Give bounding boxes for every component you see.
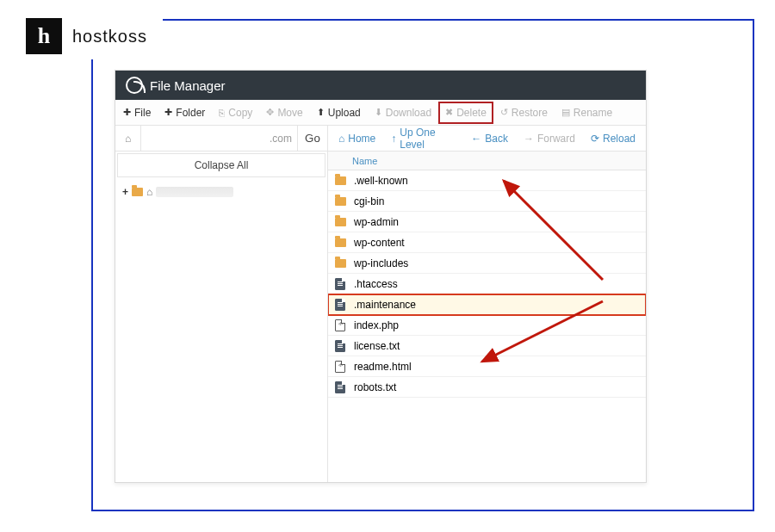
file-row[interactable]: robots.txt (328, 377, 646, 398)
copy-button[interactable]: ⎘Copy (212, 100, 259, 125)
plus-icon: ✚ (123, 107, 131, 118)
file-icon (333, 319, 347, 331)
file-row[interactable]: .maintenance (328, 294, 646, 315)
nav-forward-button[interactable]: →Forward (517, 126, 582, 151)
file-row[interactable]: index.php (328, 315, 646, 336)
up-icon: ↑ (391, 133, 396, 145)
nav-back-button[interactable]: ←Back (464, 126, 515, 151)
file-list: .well-knowncgi-binwp-adminwp-contentwp-i… (328, 170, 646, 482)
move-button[interactable]: ✥Move (259, 100, 309, 125)
brand-box: h hostkoss (21, 13, 163, 59)
app-title: File Manager (150, 78, 226, 93)
folder-icon (333, 176, 347, 185)
file-row[interactable]: cgi-bin (328, 191, 646, 212)
folder-button[interactable]: ✚Folder (158, 100, 212, 125)
folder-icon (333, 238, 347, 247)
restore-icon: ↺ (500, 107, 508, 118)
file-name: index.php (354, 319, 399, 331)
download-button[interactable]: ⬇Download (368, 100, 438, 125)
nav-up-button[interactable]: ↑Up One Level (384, 126, 462, 151)
file-row[interactable]: wp-includes (328, 253, 646, 274)
body: ⌂ Go Collapse All + ⌂ ⌂Home ↑Up One Leve… (115, 126, 646, 482)
file-icon (333, 278, 347, 290)
copy-icon: ⎘ (219, 108, 225, 118)
file-name: .htaccess (354, 278, 398, 290)
path-row: ⌂ Go (115, 126, 327, 152)
nav-home-label: Home (348, 133, 375, 145)
expand-icon[interactable]: + (122, 186, 128, 198)
tree-root-node[interactable]: + ⌂ (122, 186, 320, 198)
file-row[interactable]: license.txt (328, 336, 646, 356)
path-input[interactable] (141, 126, 298, 151)
delete-button[interactable]: ✖Delete (438, 102, 493, 124)
folder-button-label: Folder (176, 107, 205, 119)
file-row[interactable]: .htaccess (328, 274, 646, 294)
file-manager-app: File Manager ✚File ✚Folder ⎘Copy ✥Move ⬆… (115, 70, 647, 483)
left-pane: ⌂ Go Collapse All + ⌂ (115, 126, 328, 482)
copy-button-label: Copy (228, 107, 252, 119)
folder-icon (333, 218, 347, 226)
forward-icon: → (524, 133, 534, 145)
titlebar: File Manager (115, 71, 646, 100)
file-name: robots.txt (354, 381, 396, 393)
column-header-row[interactable]: Name (328, 152, 646, 170)
file-name: readme.html (354, 361, 412, 373)
plus-icon: ✚ (164, 107, 172, 118)
nav-reload-button[interactable]: ⟳Reload (584, 126, 642, 151)
file-name: cgi-bin (354, 195, 384, 207)
reload-icon: ⟳ (591, 133, 599, 145)
download-button-label: Download (386, 107, 431, 119)
toolbar: ✚File ✚Folder ⎘Copy ✥Move ⬆Upload ⬇Downl… (115, 100, 646, 126)
move-button-label: Move (277, 107, 302, 119)
file-name: wp-admin (354, 216, 399, 228)
nav-forward-label: Forward (537, 133, 575, 145)
nav-reload-label: Reload (603, 133, 636, 145)
file-icon (333, 361, 347, 373)
right-pane: ⌂Home ↑Up One Level ←Back →Forward ⟳Relo… (328, 126, 646, 482)
file-icon (333, 299, 347, 311)
home-icon: ⌂ (125, 133, 131, 145)
home-icon: ⌂ (338, 133, 344, 145)
brand-logo: h (26, 18, 62, 54)
upload-icon: ⬆ (317, 107, 325, 118)
navbar: ⌂Home ↑Up One Level ←Back →Forward ⟳Relo… (328, 126, 646, 152)
close-icon: ✖ (445, 107, 453, 118)
move-icon: ✥ (266, 107, 274, 118)
collapse-all-button[interactable]: Collapse All (117, 153, 326, 177)
go-button[interactable]: Go (298, 126, 327, 151)
file-row[interactable]: readme.html (328, 356, 646, 377)
tree-root-label-redacted (156, 187, 233, 197)
rename-icon: ▤ (561, 107, 570, 118)
folder-tree: + ⌂ (115, 179, 327, 205)
nav-home-button[interactable]: ⌂Home (332, 126, 382, 151)
file-button[interactable]: ✚File (116, 100, 158, 125)
upload-button[interactable]: ⬆Upload (310, 100, 368, 125)
rename-button-label: Rename (574, 107, 612, 119)
brand-name: hostkoss (72, 27, 147, 46)
file-icon (333, 381, 347, 393)
nav-up-label: Up One Level (400, 127, 456, 151)
upload-button-label: Upload (328, 107, 361, 119)
download-icon: ⬇ (375, 107, 382, 118)
file-row[interactable]: wp-content (328, 232, 646, 253)
file-name: license.txt (354, 340, 400, 352)
file-button-label: File (134, 107, 151, 119)
file-icon (333, 340, 347, 352)
folder-icon (333, 259, 347, 268)
rename-button[interactable]: ▤Rename (555, 100, 619, 125)
file-row[interactable]: wp-admin (328, 212, 646, 232)
restore-button[interactable]: ↺Restore (493, 100, 555, 125)
file-name: .well-known (354, 175, 408, 187)
nav-back-label: Back (485, 133, 508, 145)
file-name: .maintenance (354, 299, 416, 311)
delete-button-label: Delete (456, 107, 487, 119)
home-cell[interactable]: ⌂ (115, 126, 141, 151)
back-icon: ← (471, 133, 481, 145)
cpanel-icon (126, 77, 143, 94)
column-header-name: Name (352, 156, 377, 166)
folder-icon (333, 197, 347, 206)
folder-icon (132, 188, 143, 196)
file-row[interactable]: .well-known (328, 170, 646, 191)
restore-button-label: Restore (512, 107, 548, 119)
home-icon: ⌂ (146, 186, 152, 198)
